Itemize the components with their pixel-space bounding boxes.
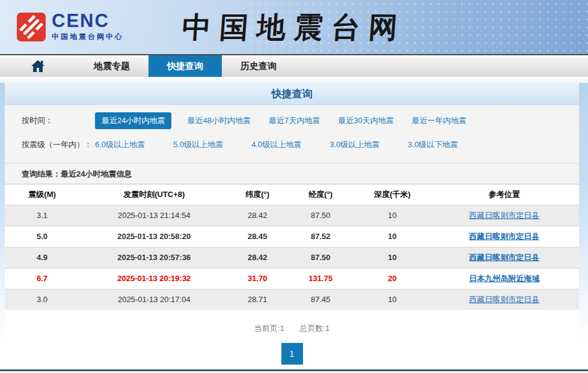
table-header-row: 震级(M) 发震时刻(UTC+8) 纬度(°) 经度(°) 深度(千米) 参考位…	[5, 184, 579, 205]
cell-longitude: 87.45	[286, 289, 355, 310]
filter-mag-above-3-link[interactable]: 3.0级以上地震	[329, 139, 379, 150]
filter-mag-above-6-link[interactable]: 6.0级以上地震	[95, 139, 145, 150]
footer-divider	[0, 369, 588, 371]
cell-longitude: 87.50	[286, 247, 355, 268]
filter-mag-below-3-link[interactable]: 3.0级以下地震	[408, 139, 458, 150]
cell-longitude: 131.75	[286, 268, 355, 289]
cell-longitude: 87.52	[286, 226, 355, 247]
magnitude-filter-label: 按震级（一年内）：	[22, 139, 95, 150]
filter-mag-above-5-link[interactable]: 5.0级以上地震	[173, 139, 223, 150]
filter-panel: 按时间： 最近24小时内地震 最近48小时内地震 最近7天内地震 最近30天内地…	[5, 105, 579, 163]
cell-magnitude: 4.9	[5, 247, 79, 268]
filter-last-30d-link[interactable]: 最近30天内地震	[338, 115, 393, 126]
cell-magnitude: 3.1	[5, 205, 79, 226]
filter-last-48h-link[interactable]: 最近48小时内地震	[187, 115, 250, 126]
nav-quick-query[interactable]: 快捷查询	[149, 55, 222, 77]
location-link[interactable]: 日本九州岛附近海域	[469, 274, 539, 283]
cell-magnitude: 5.0	[5, 226, 79, 247]
cell-time: 2025-01-13 20:19:32	[79, 268, 228, 289]
cell-location: 日本九州岛附近海域	[430, 268, 579, 289]
cell-location: 西藏日喀则市定日县	[430, 226, 579, 247]
result-summary: 查询结果：最近24小时地震信息	[5, 163, 579, 184]
col-longitude: 经度(°)	[286, 184, 355, 205]
location-link[interactable]: 西藏日喀则市定日县	[469, 232, 539, 241]
cell-latitude: 28.42	[228, 205, 286, 226]
table-row: 3.02025-01-13 20:17:0428.7187.4510西藏日喀则市…	[5, 289, 579, 310]
earthquake-table: 震级(M) 发震时刻(UTC+8) 纬度(°) 经度(°) 深度(千米) 参考位…	[5, 184, 579, 310]
location-link[interactable]: 西藏日喀则市定日县	[469, 253, 539, 262]
col-magnitude: 震级(M)	[5, 184, 79, 205]
site-header: CENC 中国地震台网中心 中国地震台网	[0, 0, 588, 54]
col-latitude: 纬度(°)	[228, 184, 286, 205]
cell-depth: 10	[355, 289, 430, 310]
col-depth: 深度(千米)	[355, 184, 430, 205]
time-filter-row: 按时间： 最近24小时内地震 最近48小时内地震 最近7天内地震 最近30天内地…	[5, 113, 579, 129]
cell-longitude: 87.50	[286, 205, 355, 226]
cell-location: 西藏日喀则市定日县	[430, 205, 579, 226]
cell-location: 西藏日喀则市定日县	[430, 247, 579, 268]
col-location: 参考位置	[430, 184, 579, 205]
content-area: 快捷查询 按时间： 最近24小时内地震 最近48小时内地震 最近7天内地震 最近…	[5, 83, 579, 367]
cell-time: 2025-01-13 20:57:36	[79, 247, 228, 268]
nav-history-query[interactable]: 历史查询	[222, 55, 295, 77]
page-title: 快捷查询	[5, 83, 579, 105]
main-nav: 地震专题 快捷查询 历史查询	[0, 54, 588, 77]
cell-latitude: 31.70	[228, 268, 286, 289]
cell-depth: 10	[355, 247, 430, 268]
pagination-info: 当前页:1 总页数:1	[5, 323, 579, 334]
page-1-button[interactable]: 1	[281, 343, 303, 365]
table-row: 6.72025-01-13 20:19:3231.70131.7520日本九州岛…	[5, 268, 579, 289]
cell-latitude: 28.71	[228, 289, 286, 310]
total-pages-label: 总页数:1	[299, 324, 329, 333]
location-link[interactable]: 西藏日喀则市定日县	[469, 211, 539, 220]
magnitude-filter-row: 按震级（一年内）： 6.0级以上地震 5.0级以上地震 4.0级以上地震 3.0…	[5, 137, 579, 153]
filter-last-24h-button[interactable]: 最近24小时内地震	[95, 112, 171, 129]
cell-time: 2025-01-13 20:58:20	[79, 226, 228, 247]
col-time: 发震时刻(UTC+8)	[79, 184, 228, 205]
home-icon	[31, 59, 45, 73]
cell-latitude: 28.42	[228, 247, 286, 268]
cenc-quick-query-page: CENC 中国地震台网中心 中国地震台网 地震专题 快捷查询 历史查询 快捷查询…	[0, 0, 588, 373]
cell-location: 西藏日喀则市定日县	[430, 289, 579, 310]
site-title: 中国地震台网	[0, 8, 588, 47]
filter-last-1y-link[interactable]: 最近一年内地震	[412, 115, 467, 126]
filter-last-7d-link[interactable]: 最近7天内地震	[269, 115, 320, 126]
location-link[interactable]: 西藏日喀则市定日县	[469, 295, 539, 304]
cell-latitude: 28.45	[228, 226, 286, 247]
time-filter-label: 按时间：	[22, 115, 95, 126]
cell-depth: 10	[355, 226, 430, 247]
table-row: 5.02025-01-13 20:58:2028.4587.5210西藏日喀则市…	[5, 226, 579, 247]
cell-depth: 20	[355, 268, 430, 289]
cell-depth: 10	[355, 205, 430, 226]
nav-home[interactable]	[0, 55, 75, 77]
filter-mag-above-4-link[interactable]: 4.0级以上地震	[251, 139, 301, 150]
table-row: 4.92025-01-13 20:57:3628.4287.5010西藏日喀则市…	[5, 247, 579, 268]
cell-time: 2025-01-13 21:14:54	[79, 205, 228, 226]
pager: 1	[5, 343, 579, 365]
cell-time: 2025-01-13 20:17:04	[79, 289, 228, 310]
current-page-label: 当前页:1	[254, 324, 284, 333]
cell-magnitude: 6.7	[5, 268, 79, 289]
nav-spacer	[0, 77, 588, 83]
cell-magnitude: 3.0	[5, 289, 79, 310]
nav-earthquake-topics[interactable]: 地震专题	[75, 55, 149, 77]
page-background: 快捷查询 按时间： 最近24小时内地震 最近48小时内地震 最近7天内地震 最近…	[0, 83, 588, 367]
table-row: 3.12025-01-13 21:14:5428.4287.5010西藏日喀则市…	[5, 205, 579, 226]
